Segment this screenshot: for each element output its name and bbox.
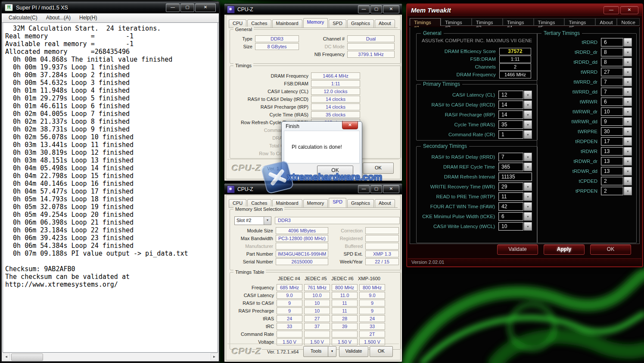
minimize-button[interactable]: — xyxy=(604,6,619,14)
dropdown-arrow-icon[interactable]: ▼ xyxy=(624,58,632,66)
timing-value[interactable]: 17 xyxy=(601,137,623,146)
timing-value[interactable]: 13 xyxy=(601,167,623,175)
tab[interactable]: Timings #4 xyxy=(503,18,534,26)
tab[interactable]: Timings #3 xyxy=(472,18,503,26)
tab[interactable]: Notice xyxy=(617,18,640,26)
tab[interactable]: SPD xyxy=(329,198,346,207)
tools-dropdown-icon[interactable]: ▼ xyxy=(328,346,336,357)
dropdown-arrow-icon[interactable]: ▼ xyxy=(524,163,532,171)
validate-button[interactable]: Validate xyxy=(497,244,538,255)
minimize-button[interactable]: — xyxy=(358,5,370,13)
timing-value[interactable]: 9 xyxy=(601,117,623,126)
timing-value[interactable]: 27 xyxy=(601,68,623,76)
dropdown-arrow-icon[interactable]: ▼ xyxy=(524,222,532,231)
horizontal-scrollbar[interactable]: ◄ ► xyxy=(3,353,218,360)
tab[interactable]: About xyxy=(595,18,617,26)
chevron-down-icon[interactable]: ▼ xyxy=(264,217,271,225)
dropdown-arrow-icon[interactable]: ▼ xyxy=(624,48,632,56)
dropdown-arrow-icon[interactable]: ▼ xyxy=(524,120,532,129)
timing-value[interactable]: 14 xyxy=(498,110,523,119)
timing-value[interactable]: 11135 xyxy=(498,172,532,181)
ok-button[interactable]: OK xyxy=(590,244,631,255)
timing-value[interactable]: 12 xyxy=(498,91,523,99)
dropdown-arrow-icon[interactable]: ▼ xyxy=(624,137,632,146)
close-button[interactable]: ✕ xyxy=(383,5,399,13)
dropdown-arrow-icon[interactable]: ▼ xyxy=(624,147,632,156)
tab[interactable]: Timings #2 xyxy=(441,18,472,26)
timing-value[interactable]: 42 xyxy=(498,202,523,211)
close-button[interactable]: ✕ xyxy=(195,3,216,12)
timing-value[interactable]: 10 xyxy=(601,107,623,116)
timing-value[interactable]: 7 xyxy=(601,78,623,86)
tab[interactable]: About xyxy=(375,199,395,207)
dropdown-arrow-icon[interactable]: ▼ xyxy=(524,153,532,161)
dropdown-arrow-icon[interactable]: ▼ xyxy=(524,100,532,109)
dropdown-arrow-icon[interactable]: ▼ xyxy=(624,127,632,136)
close-icon[interactable]: ✕ xyxy=(342,121,358,129)
dropdown-arrow-icon[interactable]: ▼ xyxy=(624,117,632,126)
tab[interactable]: Memory xyxy=(303,18,328,28)
timing-value[interactable]: 7 xyxy=(498,153,523,161)
timing-value[interactable]: 6 xyxy=(498,212,523,221)
timing-value[interactable]: 6 xyxy=(601,38,623,47)
timing-value[interactable]: 14 xyxy=(498,100,523,109)
tab[interactable]: Graphics xyxy=(347,199,374,207)
dropdown-arrow-icon[interactable]: ▼ xyxy=(624,157,632,166)
scrollbar-thumb[interactable] xyxy=(11,354,43,361)
dropdown-arrow-icon[interactable]: ▼ xyxy=(524,182,532,191)
timing-value[interactable]: 8 xyxy=(601,58,623,66)
dropdown-arrow-icon[interactable]: ▼ xyxy=(524,192,532,201)
dropdown-arrow-icon[interactable]: ▼ xyxy=(624,107,632,116)
dropdown-arrow-icon[interactable]: ▼ xyxy=(624,177,632,185)
timing-value[interactable]: 13 xyxy=(601,157,623,166)
cpuz-titlebar[interactable]: CPU-Z — ▢ ✕ xyxy=(224,184,402,194)
timing-value[interactable]: 365 xyxy=(498,163,523,171)
minimize-button[interactable]: — xyxy=(358,185,370,193)
tab[interactable]: About xyxy=(375,19,395,28)
close-button[interactable]: ✕ xyxy=(620,6,638,14)
tab[interactable]: Mainboard xyxy=(272,19,302,28)
timing-value[interactable]: 10 xyxy=(498,222,523,231)
dropdown-arrow-icon[interactable]: ▼ xyxy=(524,91,532,99)
maximize-button[interactable]: ▢ xyxy=(370,5,382,13)
timing-value[interactable]: 11 xyxy=(498,192,523,201)
dropdown-arrow-icon[interactable]: ▼ xyxy=(524,202,532,211)
timing-value[interactable]: 1 xyxy=(498,130,523,139)
tab[interactable]: Timings #5 xyxy=(534,18,565,26)
timing-value[interactable]: 30 xyxy=(601,127,623,136)
ok-button[interactable]: OK xyxy=(363,163,394,174)
tab[interactable]: SPD xyxy=(329,19,346,28)
tab[interactable]: Timings #1 xyxy=(410,18,441,26)
dropdown-arrow-icon[interactable]: ▼ xyxy=(524,130,532,139)
dropdown-arrow-icon[interactable]: ▼ xyxy=(524,212,532,221)
scroll-right-icon[interactable]: ► xyxy=(211,353,218,360)
dropdown-arrow-icon[interactable]: ▼ xyxy=(624,187,632,195)
timing-value[interactable]: 8 xyxy=(601,48,623,56)
tab[interactable]: Timings #6 xyxy=(564,18,595,26)
timing-value[interactable]: 7 xyxy=(601,88,623,96)
dialog-titlebar[interactable]: Finish ✕ xyxy=(282,122,362,131)
dropdown-arrow-icon[interactable]: ▼ xyxy=(624,78,632,86)
dropdown-arrow-icon[interactable]: ▼ xyxy=(624,167,632,175)
tab[interactable]: Memory xyxy=(303,199,328,207)
tab[interactable]: Graphics xyxy=(347,19,374,28)
maximize-button[interactable]: ▢ xyxy=(370,185,382,193)
timing-value[interactable]: 2 xyxy=(601,177,623,185)
menu-item[interactable]: Calculate(C) xyxy=(4,14,42,22)
close-button[interactable]: ✕ xyxy=(383,185,399,193)
dropdown-arrow-icon[interactable]: ▼ xyxy=(624,38,632,47)
dropdown-arrow-icon[interactable]: ▼ xyxy=(524,110,532,119)
ok-button[interactable]: OK xyxy=(370,346,393,357)
memtweakit-titlebar[interactable]: Mem TweakIt — ✕ xyxy=(407,4,642,16)
timing-value[interactable]: 6 xyxy=(601,97,623,106)
cpuz-titlebar[interactable]: CPU-Z — ▢ ✕ xyxy=(224,4,402,15)
timing-value[interactable]: 2 xyxy=(601,187,623,195)
scroll-left-icon[interactable]: ◄ xyxy=(3,353,10,360)
minimize-button[interactable]: — xyxy=(166,3,180,12)
menu-item[interactable]: Help(H) xyxy=(75,14,101,22)
tools-button[interactable]: Tools xyxy=(303,346,329,357)
timing-value[interactable]: 35 xyxy=(498,120,523,129)
timing-value[interactable]: 13 xyxy=(601,147,623,156)
apply-button[interactable]: Apply xyxy=(544,244,585,255)
validate-button[interactable]: Validate xyxy=(339,346,368,357)
